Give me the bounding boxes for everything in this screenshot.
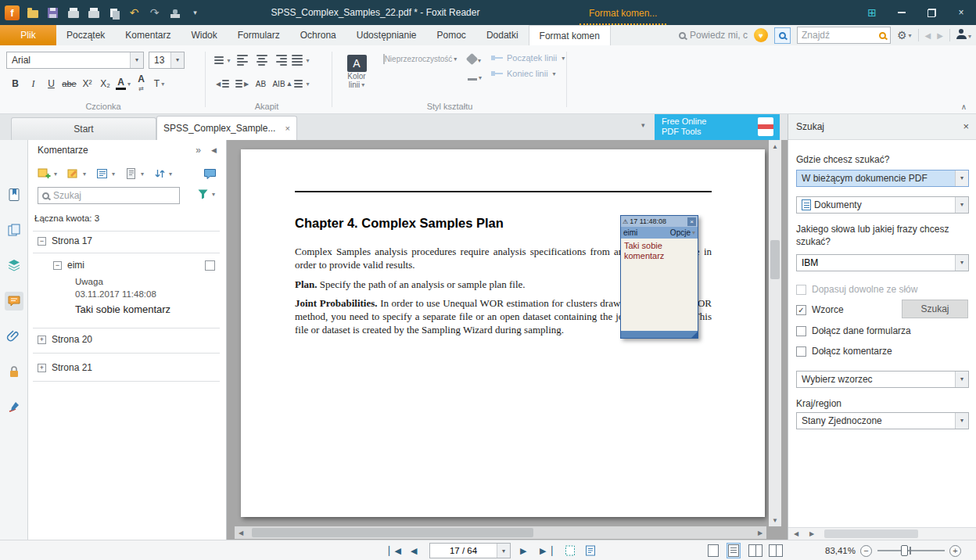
comments-group-page21[interactable]: + Strona 21 — [38, 362, 92, 373]
security-panel-button[interactable] — [5, 362, 23, 381]
tab-plik[interactable]: Plik — [0, 25, 56, 45]
history-back-button[interactable]: ◀ — [925, 31, 931, 40]
note-body[interactable]: Taki sobie komentarz — [621, 239, 698, 331]
tab-dodatki[interactable]: Dodatki — [476, 25, 529, 45]
zoom-percentage[interactable]: 83,41% — [812, 540, 856, 560]
favorites-heart-icon[interactable]: ♥ — [754, 28, 768, 42]
scroll-left-button[interactable]: ◀ — [788, 528, 804, 540]
tab-ochrona[interactable]: Ochrona — [290, 25, 346, 45]
sort-comments-button[interactable] — [154, 167, 172, 180]
tab-formularz[interactable]: Formularz — [228, 25, 290, 45]
superscript-button[interactable]: X² — [78, 75, 96, 92]
search-scope-combobox[interactable]: W bieżącym dokumencie PDF ▾ — [796, 170, 969, 187]
add-note-button[interactable] — [38, 167, 57, 180]
ab-direction-button[interactable]: AB — [252, 75, 270, 92]
print-button[interactable] — [65, 4, 81, 21]
align-right-button[interactable] — [271, 52, 291, 69]
fill-color-button[interactable] — [468, 55, 482, 66]
line-spacing-button[interactable]: ▲ — [288, 75, 307, 92]
next-page-button[interactable]: ▶ — [520, 540, 526, 560]
scrollbar-thumb[interactable] — [252, 528, 533, 537]
signatures-panel-button[interactable] — [5, 397, 23, 416]
comment-checkbox[interactable] — [205, 260, 215, 271]
redo-button[interactable]: ↷ — [146, 4, 163, 21]
checkbox-icon[interactable] — [796, 326, 806, 336]
comment-item-header[interactable]: − eimi — [53, 260, 215, 271]
checkbox-checked-icon[interactable]: ✓ — [796, 305, 806, 315]
zoom-in-button[interactable]: + — [949, 540, 961, 560]
comments-panel-button[interactable] — [5, 292, 23, 311]
add-pencil-note-button[interactable] — [67, 167, 86, 180]
chevron-down-icon[interactable]: ▾ — [130, 52, 143, 68]
zoom-slider-thumb[interactable] — [901, 545, 908, 556]
patterns-checkbox-row[interactable]: ✓ Wzorce — [796, 304, 844, 315]
view-continuous-button[interactable] — [727, 540, 741, 560]
expand-all-button[interactable]: » — [196, 140, 201, 160]
page-number-input[interactable] — [430, 544, 497, 558]
line-color-button[interactable]: A Kolor linii — [339, 55, 374, 89]
note-options-button[interactable]: Opcje — [670, 228, 695, 237]
clipboard-button[interactable] — [585, 540, 596, 560]
quick-access-dropdown[interactable]: ▾ — [187, 4, 203, 21]
tab-udostepnianie[interactable]: Udostępnianie — [346, 25, 427, 45]
chevron-down-icon[interactable]: ▾ — [955, 372, 968, 387]
comment-text[interactable]: Taki sobie komentarz — [75, 303, 170, 315]
vertical-scrollbar[interactable]: ▲ ▼ — [769, 140, 781, 526]
foxit-logo-icon[interactable]: f — [4, 4, 20, 21]
note-close-button[interactable]: × — [687, 217, 696, 226]
form-data-checkbox-row[interactable]: Dołącz dane formularza — [796, 325, 911, 336]
opacity-button[interactable]: Nieprzezroczystość — [379, 55, 461, 63]
note-resize-bar[interactable] — [621, 331, 698, 338]
justify-button[interactable] — [291, 52, 310, 69]
search-submit-button[interactable]: Szukaj — [902, 300, 968, 318]
tab-poczatek[interactable]: Początek — [56, 25, 115, 45]
tab-komentarz[interactable]: Komentarz — [115, 25, 181, 45]
indent-button[interactable]: ▶ — [232, 75, 252, 92]
add-page-note-button[interactable] — [125, 167, 144, 180]
view-facing-button[interactable] — [748, 540, 762, 560]
bookmarks-panel-button[interactable] — [5, 185, 23, 204]
bold-button[interactable]: B — [6, 75, 24, 92]
scrollbar-thumb[interactable] — [824, 529, 918, 538]
restore-button[interactable] — [917, 0, 946, 25]
doc-tab-active[interactable]: SPSS_Complex_Sample... × — [156, 116, 297, 140]
tell-me-box[interactable]: Powiedz mi, c — [679, 30, 748, 41]
chevron-down-icon[interactable]: ▾ — [497, 544, 510, 558]
tab-widok[interactable]: Widok — [181, 25, 227, 45]
checkbox-icon[interactable] — [796, 346, 806, 357]
outdent-button[interactable]: ◀ — [213, 75, 232, 92]
documents-combobox[interactable]: Dokumenty ▾ — [796, 196, 969, 214]
horizontal-scrollbar[interactable]: ◀ ▶ — [235, 526, 766, 539]
strikethrough-button[interactable]: abe — [60, 75, 78, 92]
first-page-button[interactable]: ▏◀ — [389, 540, 400, 560]
expand-group-icon[interactable]: + — [38, 364, 46, 372]
chevron-down-icon[interactable]: ▾ — [955, 197, 968, 213]
print-preview-button[interactable] — [85, 4, 102, 21]
chevron-down-icon[interactable]: ▾ — [955, 255, 968, 271]
italic-button[interactable]: I — [24, 75, 42, 92]
tab-pomoc[interactable]: Pomoc — [427, 25, 476, 45]
panel-horizontal-scrollbar[interactable]: ◀ ▶ — [788, 527, 976, 540]
collapse-panel-button[interactable]: ◀ — [211, 140, 217, 160]
char-spacing-button[interactable]: A — [132, 75, 150, 92]
last-page-button[interactable]: ▶▕ — [540, 540, 551, 560]
scroll-up-button[interactable]: ▲ — [769, 140, 781, 153]
copy-button[interactable] — [106, 4, 122, 21]
note-title-bar[interactable]: ⚠ 17 11:48:08 × — [621, 216, 698, 227]
context-tab-label[interactable]: Format komen... — [580, 3, 666, 25]
expand-group-icon[interactable]: + — [38, 336, 46, 344]
free-online-pdf-tools-banner[interactable]: Free Online PDF Tools — [655, 114, 780, 140]
search-query-input[interactable] — [802, 255, 950, 271]
doc-tab-start[interactable]: Start — [11, 117, 156, 140]
settings-gear-button[interactable]: ⚙ — [897, 29, 912, 41]
close-tab-icon[interactable]: × — [285, 124, 290, 133]
collect-tabs-icon[interactable]: ⊞ — [857, 0, 887, 25]
open-file-button[interactable] — [24, 4, 41, 21]
find-search-icon[interactable] — [879, 32, 886, 39]
view-facing-continuous-button[interactable] — [769, 540, 783, 560]
pattern-combobox[interactable]: Wybierz wzorzec ▾ — [796, 371, 969, 388]
comments-search-input[interactable] — [53, 190, 175, 201]
tab-list-dropdown[interactable]: ▾ — [641, 121, 645, 129]
snapshot-button[interactable] — [565, 540, 576, 560]
region-combobox[interactable]: Stany Zjednoczone ▾ — [796, 412, 969, 429]
